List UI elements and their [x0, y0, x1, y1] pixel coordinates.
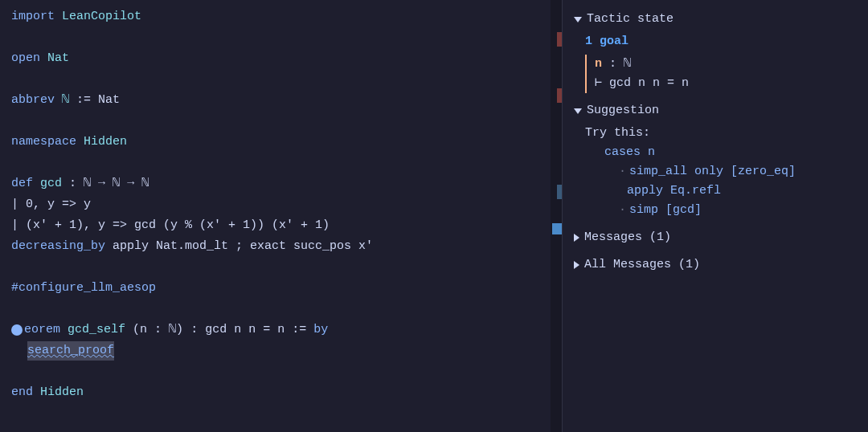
suggestion-panel: Suggestion Try this: cases n ·simp_all o…: [574, 101, 857, 220]
macro-command: #configure_llm_aesop: [11, 279, 156, 298]
minimap-marker: [557, 32, 562, 47]
code-line[interactable]: open Nat: [11, 48, 551, 69]
goal-expr: gcd n n = n: [609, 76, 689, 90]
suggestion-tactic[interactable]: cases n: [604, 145, 655, 159]
pattern-line: | (x' + 1), y => gcd (y % (x' + 1)) (x' …: [11, 216, 330, 235]
namespace-name: Hidden: [84, 132, 127, 152]
suggestion-body: Try this: cases n ·simp_all only [zero_e…: [585, 124, 857, 220]
try-this-label: Try this:: [585, 124, 857, 143]
keyword-end: end: [11, 383, 33, 402]
code-line[interactable]: abbrev ℕ := Nat: [11, 90, 551, 111]
suggestion-header[interactable]: Suggestion: [574, 101, 857, 120]
keyword-theorem: eorem: [24, 320, 60, 340]
messages-header[interactable]: Messages (1): [574, 228, 857, 247]
messages-panel: Messages (1): [574, 228, 857, 247]
pattern-line: | 0, y => y: [11, 195, 91, 214]
tactic-call: search_proof: [27, 341, 114, 361]
panel-title: Tactic state: [587, 10, 674, 29]
chevron-right-icon: [574, 261, 579, 269]
hypothesis-type: : ℕ: [609, 57, 631, 71]
minimap-marker: [552, 223, 562, 234]
code-line[interactable]: eorem gcd_self (n : ℕ) : gcd n n = n := …: [11, 320, 551, 340]
keyword-abbrev: abbrev: [11, 91, 55, 110]
tactic-seq: apply Nat.mod_lt ; exact succ_pos x': [113, 237, 373, 256]
suggestion-tactic[interactable]: simp_all only [zero_eq]: [629, 165, 796, 178]
code-line[interactable]: | (x' + 1), y => gcd (y % (x' + 1)) (x' …: [11, 215, 551, 236]
infoview-pane[interactable]: Tactic state 1 goal n : ℕ ⊢ gcd n n = n …: [563, 0, 868, 432]
tactic-state-header[interactable]: Tactic state: [574, 10, 857, 29]
bullet-icon: ·: [619, 165, 626, 178]
code-line[interactable]: decreasing_by apply Nat.mod_lt ; exact s…: [11, 236, 551, 257]
code-line[interactable]: [11, 111, 551, 132]
hypothesis: n : ℕ: [595, 55, 857, 74]
code-line[interactable]: [11, 69, 551, 90]
def-name: gcd: [40, 174, 62, 194]
chevron-right-icon: [574, 234, 579, 242]
all-messages-panel: All Messages (1): [574, 255, 857, 275]
goal-line: ⊢ gcd n n = n: [595, 74, 857, 93]
code-line[interactable]: namespace Hidden: [11, 132, 551, 153]
namespace-name: Nat: [47, 49, 69, 68]
suggestion-tactic[interactable]: simp [gcd]: [629, 203, 702, 217]
type-alias: ℕ: [62, 91, 69, 110]
code-line[interactable]: end Hidden: [11, 382, 551, 403]
suggestion-tactic[interactable]: apply Eq.refl: [627, 184, 721, 198]
minimap-marker: [557, 185, 562, 199]
module-name: LeanCopilot: [62, 7, 141, 26]
code-line[interactable]: | 0, y => y: [11, 194, 551, 215]
code-line[interactable]: [11, 257, 551, 278]
type-rhs: Nat: [98, 91, 120, 110]
chevron-down-icon: [574, 108, 582, 114]
keyword-by: by: [313, 320, 328, 340]
type-sig: : ℕ → ℕ → ℕ: [69, 174, 149, 194]
bullet-icon: ·: [619, 203, 626, 217]
code-line[interactable]: import LeanCopilot: [11, 6, 551, 27]
code-line[interactable]: [11, 299, 551, 320]
panel-title: Suggestion: [587, 101, 659, 120]
all-messages-header[interactable]: All Messages (1): [574, 255, 857, 275]
type-sig: : gcd n n = n :=: [190, 320, 306, 340]
code-line[interactable]: def gcd : ℕ → ℕ → ℕ: [11, 173, 551, 194]
tactic-state-panel: Tactic state 1 goal n : ℕ ⊢ gcd n n = n: [574, 10, 857, 93]
goal-count: 1 goal: [585, 32, 857, 51]
theorem-name: gcd_self: [68, 320, 125, 340]
keyword-open: open: [11, 49, 40, 68]
binder: (n : ℕ): [133, 320, 183, 340]
panel-title: Messages (1): [584, 228, 671, 247]
operator: :=: [76, 91, 91, 110]
editor-pane[interactable]: import LeanCopilot open Nat abbrev ℕ := …: [0, 0, 563, 432]
minimap[interactable]: [551, 0, 562, 432]
panel-title: All Messages (1): [584, 255, 700, 275]
minimap-marker: [557, 88, 562, 103]
code-line[interactable]: [11, 361, 551, 382]
goal-body: n : ℕ ⊢ gcd n n = n: [585, 55, 857, 93]
hypothesis-name: n: [595, 57, 602, 71]
code-line[interactable]: search_proof: [11, 340, 551, 361]
cursor-indicator-icon: [11, 324, 23, 336]
keyword-decreasing-by: decreasing_by: [11, 237, 105, 256]
keyword-namespace: namespace: [11, 132, 76, 152]
code-line[interactable]: [11, 27, 551, 48]
keyword-import: import: [11, 7, 55, 26]
chevron-down-icon: [574, 17, 582, 22]
turnstile-icon: ⊢: [595, 76, 609, 90]
code-line[interactable]: [11, 153, 551, 173]
keyword-def: def: [11, 174, 33, 194]
code-line[interactable]: #configure_llm_aesop: [11, 278, 551, 299]
namespace-name: Hidden: [40, 383, 84, 402]
